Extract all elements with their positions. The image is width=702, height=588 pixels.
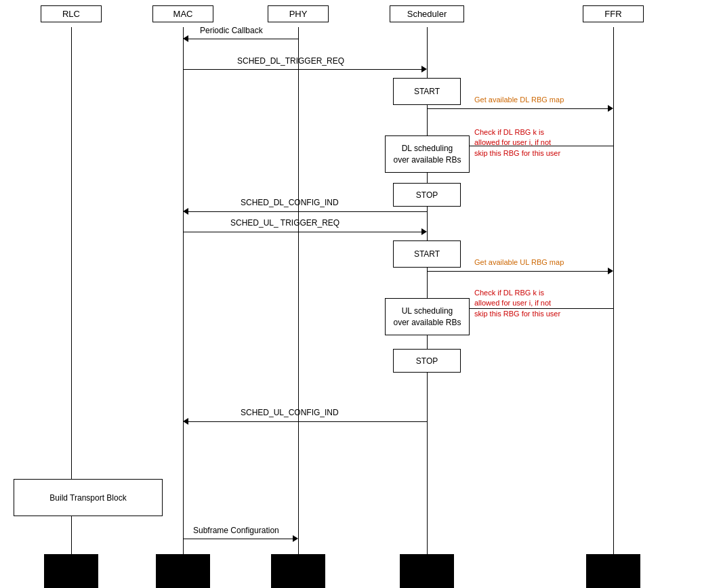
arrow-subframe-config	[183, 535, 298, 542]
box-stop-ul: STOP	[393, 349, 461, 373]
arrow-head-sched-dl-config	[183, 208, 188, 215]
arrow-line-get-dl-rbg	[427, 108, 608, 109]
box-start-dl: START	[393, 78, 461, 105]
label-sched-dl-trigger-req: SCHED_DL_TRIGGER_REQ	[237, 56, 344, 66]
arrow-line-sched-dl-config	[188, 211, 427, 212]
arrow-line-sched-ul-config	[188, 421, 427, 422]
arrow-sched-ul-trigger-req	[183, 228, 427, 235]
lifeline-line-ffr	[613, 27, 614, 554]
lifeline-footer-ffr	[586, 554, 640, 588]
arrow-line-sched-ul	[183, 232, 421, 232]
lifeline-phy: PHY	[268, 5, 329, 22]
arrow-line-get-ul-rbg	[427, 271, 608, 272]
label-sched-dl-config-ind: SCHED_DL_CONFIG_IND	[241, 198, 339, 207]
arrow-head-get-dl-rbg	[608, 105, 613, 112]
box-ul-scheduling: UL schedulingover available RBs	[385, 298, 470, 335]
arrow-get-dl-rbg	[427, 105, 613, 112]
label-subframe-config: Subframe Configuration	[193, 526, 279, 535]
lifeline-mac: MAC	[152, 5, 213, 22]
box-stop-dl: STOP	[393, 183, 461, 207]
label-sched-ul-config-ind: SCHED_UL_CONFIG_IND	[241, 408, 339, 417]
box-start-ul: START	[393, 240, 461, 268]
arrow-line-periodic-callback	[188, 39, 298, 39]
arrow-periodic-callback	[183, 35, 298, 42]
arrow-head-sched-dl	[421, 66, 427, 72]
lifeline-footer-scheduler	[400, 554, 454, 588]
lifeline-scheduler: Scheduler	[390, 5, 464, 22]
lifeline-line-rlc	[71, 27, 72, 554]
arrow-head-get-ul-rbg	[608, 268, 613, 274]
arrow-sched-dl-config-ind	[183, 208, 427, 215]
arrow-sched-ul-config-ind	[183, 418, 427, 425]
arrow-head-sched-ul	[421, 228, 427, 235]
arrow-sched-dl-trigger-req	[183, 66, 427, 72]
lifeline-footer-phy	[271, 554, 325, 588]
arrow-head-subframe	[293, 535, 298, 542]
lifeline-rlc: RLC	[41, 5, 102, 22]
label-sched-ul-trigger-req: SCHED_UL_ TRIGGER_REQ	[230, 218, 339, 228]
note-check-dl-rbg: Check if DL RBG k isallowed for user i, …	[474, 127, 560, 159]
box-build-transport-block: Build Transport Block	[14, 479, 163, 516]
arrow-head-sched-ul-config	[183, 418, 188, 425]
lifeline-line-phy	[298, 27, 299, 554]
note-get-ul-rbg: Get available UL RBG map	[474, 257, 564, 268]
lifeline-footer-rlc	[44, 554, 98, 588]
lifeline-footer-mac	[156, 554, 210, 588]
arrow-head-periodic-callback	[183, 35, 188, 42]
arrow-line-subframe	[183, 539, 293, 539]
lifeline-line-mac	[183, 27, 184, 554]
arrow-line-sched-dl	[183, 69, 421, 70]
arrow-get-ul-rbg	[427, 268, 613, 274]
box-dl-scheduling: DL schedulingover available RBs	[385, 135, 470, 173]
sequence-diagram: RLC MAC PHY Scheduler FFR Periodic Callb…	[0, 0, 702, 588]
lifeline-ffr: FFR	[583, 5, 644, 22]
note-check-ul-rbg: Check if DL RBG k isallowed for user i, …	[474, 288, 560, 319]
label-periodic-callback: Periodic Callback	[200, 26, 263, 35]
note-get-dl-rbg: Get available DL RBG map	[474, 95, 564, 105]
